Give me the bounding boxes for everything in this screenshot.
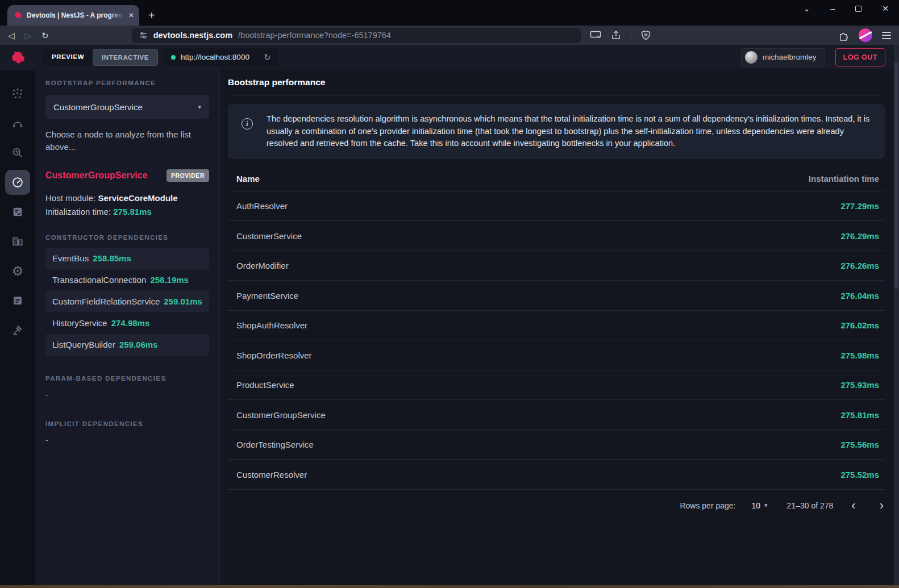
new-tab-button[interactable]: + (148, 10, 155, 21)
constructor-deps-title: CONSTRUCTOR DEPENDENCIES (45, 234, 209, 241)
search-activity-icon (11, 147, 24, 159)
host-module-value: ServiceCoreModule (98, 193, 178, 203)
param-deps-empty: - (45, 390, 209, 399)
table-row[interactable]: CustomerService276.29ms (228, 221, 885, 251)
user-avatar (745, 51, 758, 64)
table-row[interactable]: ShopAuthResolver276.02ms (228, 311, 885, 341)
table-row[interactable]: CustomerResolver275.52ms (228, 460, 885, 490)
dep-item[interactable]: TransactionalConnection258.19ms (45, 269, 209, 291)
tab-close-icon[interactable]: ✕ (128, 11, 134, 19)
browser-titlebar: Devtools | NestJS - A progressive ✕ + ⌄ … (0, 0, 899, 26)
dep-item[interactable]: EventBus258.85ms (45, 248, 209, 269)
toolbar-divider (631, 31, 631, 40)
node-meta: Host module: ServiceCoreModule Initializ… (45, 191, 209, 219)
table-row[interactable]: OrderTestingService275.56ms (228, 430, 885, 460)
extensions-icon[interactable] (838, 30, 849, 41)
pagination: Rows per page: 10 ▾ 21–30 of 278 ‹ › (228, 490, 885, 522)
pagination-nav: ‹ › (851, 499, 884, 512)
browser-profile-avatar[interactable] (859, 28, 872, 42)
target-url: http://localhost:8000 (181, 53, 249, 61)
devtools-app: ⚙ (0, 45, 899, 585)
panel-title: BOOTSTRAP PERFORMANCE (45, 80, 209, 86)
minimize-icon[interactable]: – (830, 5, 835, 12)
tab-preview[interactable]: PREVIEW (43, 49, 93, 66)
gear-icon: ⚙ (12, 265, 24, 278)
target-url-pill[interactable]: http://localhost:8000 ↻ (164, 48, 278, 66)
info-text: The dependencies resolution algorithm is… (267, 113, 871, 150)
maximize-icon[interactable] (855, 6, 861, 12)
address-bar[interactable]: devtools.nestjs.com/bootstrap-performanc… (132, 28, 581, 43)
rows-per-page-select[interactable]: 10 ▾ (751, 501, 767, 510)
sidebar-item-docs[interactable] (0, 286, 35, 315)
table-row[interactable]: CustomerGroupService275.81ms (228, 400, 885, 430)
info-box: i The dependencies resolution algorithm … (228, 104, 885, 159)
main-area: Bootstrap performance i The dependencies… (220, 69, 899, 585)
sidebar-item-graph[interactable] (0, 79, 35, 109)
app-right-column: PREVIEW INTERACTIVE http://localhost:800… (35, 45, 899, 585)
sidebar-item-settings[interactable]: ⚙ (0, 256, 35, 286)
chevron-down-icon: ▾ (198, 103, 201, 111)
user-chip[interactable]: michaelbromley (741, 48, 825, 66)
node-select-value: CustomerGroupService (53, 102, 143, 112)
tab-interactive[interactable]: INTERACTIVE (93, 49, 158, 66)
sidebar-item-bootstrap-performance[interactable] (0, 168, 35, 197)
table-row[interactable]: AuthResolver277.29ms (228, 191, 885, 222)
sidebar: ⚙ (0, 45, 35, 585)
provider-badge: PROVIDER (167, 169, 209, 182)
status-dot (171, 55, 176, 60)
dep-item[interactable]: ListQueryBuilder259.06ms (45, 334, 209, 356)
sidebar-item-insights[interactable] (0, 138, 35, 168)
nestjs-favicon (13, 11, 22, 20)
route-icon (11, 117, 24, 130)
document-icon (11, 294, 24, 307)
dep-item[interactable]: CustomFieldRelationService259.01ms (45, 291, 209, 312)
param-deps-title: PARAM-BASED DEPENDENCIES (45, 375, 209, 382)
pagination-range: 21–30 of 278 (787, 501, 834, 510)
toolbar-browser-actions (838, 28, 891, 42)
logout-button[interactable]: LOG OUT (835, 48, 885, 66)
sidebar-item-audit[interactable] (0, 197, 35, 227)
table-row[interactable]: ProductService275.93ms (228, 370, 885, 401)
share-icon[interactable] (611, 30, 621, 40)
info-icon: i (242, 118, 253, 130)
chevron-down-icon: ▾ (764, 502, 768, 509)
window-close-icon[interactable]: ✕ (882, 5, 889, 12)
init-time-value: 275.81ms (113, 207, 152, 216)
implicit-deps-empty: - (45, 435, 209, 445)
tab-title: Devtools | NestJS - A progressive (27, 11, 124, 19)
browser-menu-icon[interactable] (882, 32, 891, 39)
app-header: PREVIEW INTERACTIVE http://localhost:800… (35, 45, 899, 69)
page-scrollbar[interactable] (894, 45, 899, 585)
table-row[interactable]: ShopOrderResolver275.98ms (228, 340, 885, 370)
init-time-line: Initialization time: 275.81ms (45, 205, 209, 219)
logo-block[interactable] (0, 45, 35, 70)
site-settings-icon[interactable] (139, 31, 148, 40)
user-name: michaelbromley (763, 53, 817, 61)
page-title: Bootstrap performance (228, 77, 885, 95)
content: BOOTSTRAP PERFORMANCE CustomerGroupServi… (35, 69, 899, 585)
media-cast-icon[interactable] (590, 31, 601, 40)
back-icon[interactable]: ◁ (8, 31, 15, 40)
mode-toggle: PREVIEW INTERACTIVE (43, 49, 158, 66)
toolbar-page-actions (590, 30, 651, 40)
brave-shield-icon[interactable] (641, 30, 651, 40)
sidebar-item-routes[interactable] (0, 109, 35, 138)
table-row[interactable]: PaymentService276.04ms (228, 281, 885, 311)
next-page-icon[interactable]: › (880, 499, 884, 512)
refresh-icon[interactable]: ↻ (264, 52, 271, 62)
host-module-line: Host module: ServiceCoreModule (45, 191, 209, 205)
node-select[interactable]: CustomerGroupService ▾ (45, 95, 209, 119)
dep-item[interactable]: HistoryService274.98ms (45, 312, 209, 334)
gauge-icon (11, 176, 24, 189)
forward-icon: ▷ (25, 31, 32, 40)
reload-icon[interactable]: ↻ (41, 31, 49, 40)
scrollbar-thumb[interactable] (894, 62, 898, 289)
previous-page-icon[interactable]: ‹ (851, 499, 855, 512)
tab-search-icon[interactable]: ⌄ (804, 5, 810, 12)
table-row[interactable]: OrderModifier276.26ms (228, 251, 885, 281)
sidebar-item-issues[interactable] (0, 315, 35, 345)
sidebar-item-modules[interactable] (0, 227, 35, 256)
browser-tab[interactable]: Devtools | NestJS - A progressive ✕ (7, 5, 139, 26)
constructor-deps-list: EventBus258.85ms TransactionalConnection… (45, 248, 209, 356)
sidebar-nav: ⚙ (0, 70, 35, 345)
